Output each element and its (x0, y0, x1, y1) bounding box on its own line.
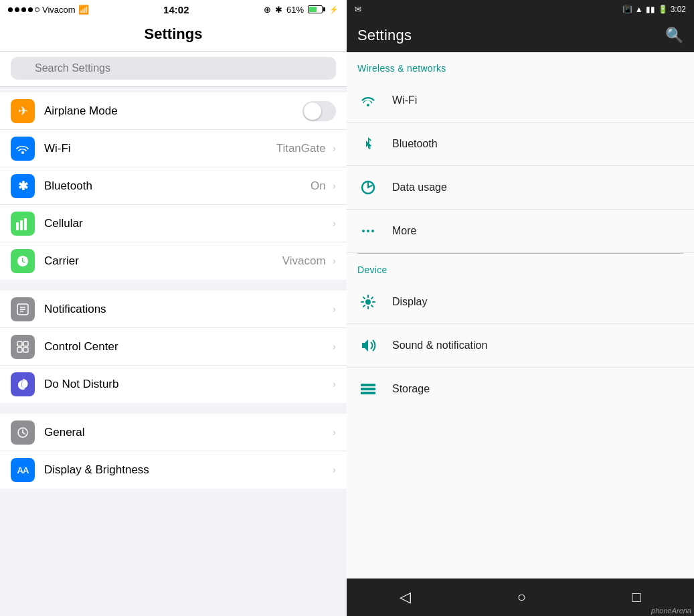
carrier-label: Carrier (44, 254, 282, 268)
android-wifi-label: Wi-Fi (392, 94, 417, 106)
wifi-row-icon (11, 137, 35, 161)
svg-rect-8 (23, 341, 28, 346)
android-more-label: More (392, 225, 416, 237)
svg-point-16 (371, 230, 374, 232)
svg-rect-20 (361, 392, 375, 394)
ios-connectivity-section: ✈ Airplane Mode Wi-Fi TitanGate › ✱ Blue… (0, 92, 347, 280)
bluetooth-status-icon: ✱ (275, 5, 282, 15)
android-status-bar: ✉ 📳 ▲ ▮▮ 🔋 3:02 (347, 0, 694, 19)
ios-row-carrier[interactable]: Carrier Vivacom › (0, 242, 347, 280)
ios-carrier: Vivacom (42, 5, 76, 15)
carrier-row-icon (11, 249, 35, 273)
svg-rect-1 (20, 220, 23, 230)
svg-rect-9 (17, 348, 22, 352)
cellular-chevron: › (333, 218, 336, 230)
ios-divider-2 (0, 403, 347, 408)
ios-row-control-center[interactable]: Control Center › (0, 328, 347, 366)
general-chevron: › (333, 427, 336, 439)
ios-row-display-brightness[interactable]: AA Display & Brightness › (0, 451, 347, 489)
do-not-disturb-label: Do Not Disturb (44, 378, 330, 391)
display-brightness-chevron: › (333, 464, 336, 476)
android-device-header: Device (347, 254, 694, 281)
android-data-usage-label: Data usage (392, 181, 447, 194)
carrier-chevron: › (333, 255, 336, 267)
android-battery-icon: 🔋 (658, 5, 668, 14)
android-row-storage[interactable]: Storage (347, 368, 694, 410)
battery-indicator (308, 5, 325, 13)
android-panel: ✉ 📳 ▲ ▮▮ 🔋 3:02 Settings 🔍 Wireless & ne… (347, 0, 694, 616)
android-row-sound[interactable]: Sound & notification (347, 324, 694, 368)
android-storage-row-icon (357, 378, 379, 400)
ios-row-airplane-mode[interactable]: ✈ Airplane Mode (0, 92, 347, 130)
notifications-row-icon (11, 297, 35, 321)
android-display-row-icon (357, 291, 379, 313)
display-brightness-row-icon: AA (11, 458, 35, 482)
control-center-label: Control Center (44, 340, 330, 354)
android-settings-title: Settings (357, 27, 412, 44)
wifi-label: Wi-Fi (44, 142, 276, 155)
bluetooth-chevron: › (333, 180, 336, 192)
ios-row-do-not-disturb[interactable]: Do Not Disturb › (0, 366, 347, 403)
android-sound-row-icon (357, 335, 379, 356)
android-signal-icon: ▮▮ (646, 5, 655, 14)
carrier-value: Vivacom (282, 254, 326, 268)
android-display-label: Display (392, 296, 427, 308)
signal-dots (8, 7, 39, 12)
wifi-chevron: › (333, 143, 336, 155)
ios-row-notifications[interactable]: Notifications › (0, 291, 347, 328)
svg-rect-2 (24, 218, 27, 230)
ios-panel: Vivacom 📶 14:02 ⊕ ✱ 61% ⚡ Settings 🔍 ✈ (0, 0, 347, 616)
bluetooth-value: On (311, 179, 326, 193)
do-not-disturb-chevron: › (333, 378, 336, 390)
ios-search-input[interactable] (11, 57, 336, 80)
wifi-icon: 📶 (78, 5, 89, 15)
android-more-row-icon (357, 220, 379, 242)
android-row-wifi[interactable]: Wi-Fi (347, 79, 694, 123)
ios-row-general[interactable]: General › (0, 414, 347, 451)
notifications-label: Notifications (44, 303, 330, 316)
svg-rect-18 (361, 384, 375, 386)
android-bluetooth-label: Bluetooth (392, 138, 438, 150)
ios-row-wifi[interactable]: Wi-Fi TitanGate › (0, 130, 347, 167)
android-sound-label: Sound & notification (392, 339, 487, 352)
ios-status-bar: Vivacom 📶 14:02 ⊕ ✱ 61% ⚡ (0, 0, 347, 19)
location-icon: ⊕ (264, 5, 271, 15)
ios-row-bluetooth[interactable]: ✱ Bluetooth On › (0, 167, 347, 205)
android-home-button[interactable]: ○ (501, 583, 542, 611)
svg-point-12 (22, 432, 23, 433)
android-row-display[interactable]: Display (347, 281, 694, 324)
android-storage-label: Storage (392, 383, 430, 395)
svg-rect-10 (23, 348, 28, 352)
general-row-icon (11, 420, 35, 445)
android-settings-header: Settings 🔍 (347, 19, 694, 52)
android-row-more[interactable]: More (347, 210, 694, 253)
do-not-disturb-row-icon (11, 372, 35, 396)
display-brightness-label: Display & Brightness (44, 463, 330, 477)
notifications-chevron: › (333, 303, 336, 315)
ios-search-bar: 🔍 (0, 52, 347, 87)
ios-divider-1 (0, 280, 347, 285)
ios-system-section: Notifications › Control Center › Do Not … (0, 291, 347, 403)
android-data-usage-row-icon (357, 177, 379, 198)
android-row-bluetooth[interactable]: Bluetooth (347, 123, 694, 166)
android-wifi-icon: ▲ (635, 5, 643, 14)
control-center-row-icon (11, 335, 35, 359)
wifi-value: TitanGate (276, 142, 326, 155)
android-bluetooth-row-icon (357, 133, 379, 155)
android-settings-content: Wireless & networks Wi-Fi Bluetooth Data… (347, 52, 694, 579)
watermark: phoneArena (651, 607, 691, 615)
android-back-button[interactable]: ◁ (383, 583, 427, 611)
ios-settings-title: Settings (145, 25, 203, 42)
svg-point-15 (367, 230, 369, 232)
android-row-data-usage[interactable]: Data usage (347, 166, 694, 210)
android-search-button[interactable]: 🔍 (665, 27, 683, 44)
bluetooth-label: Bluetooth (44, 179, 311, 193)
android-time: 3:02 (671, 5, 686, 14)
svg-rect-7 (17, 341, 22, 346)
ios-row-cellular[interactable]: Cellular › (0, 205, 347, 242)
android-envelope-icon: ✉ (355, 5, 361, 14)
android-vibrate-icon: 📳 (622, 5, 632, 14)
airplane-mode-icon: ✈ (11, 99, 35, 123)
svg-point-14 (362, 230, 365, 232)
airplane-mode-toggle[interactable] (302, 101, 336, 121)
